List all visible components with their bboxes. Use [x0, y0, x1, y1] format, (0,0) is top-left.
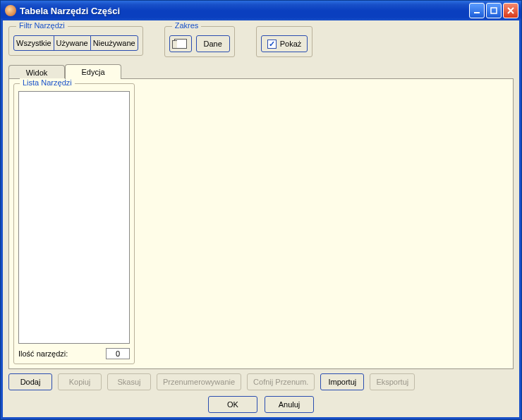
ok-button[interactable]: OK: [208, 396, 257, 413]
add-button[interactable]: Dodaj: [8, 373, 52, 390]
filter-buttons: Wszystkie Używane Nieużywane: [13, 35, 138, 51]
cancel-button[interactable]: Anuluj: [265, 396, 314, 413]
client-area: Filtr Narzędzi Wszystkie Używane Nieużyw…: [1, 20, 521, 419]
show-label: Pokaż: [280, 40, 302, 48]
action-button-row: Dodaj Kopiuj Skasuj Przenumerowywanie Co…: [8, 369, 514, 393]
range-group: Zakres Dane: [164, 26, 235, 57]
checkbox-icon: ✓: [267, 40, 277, 49]
range-icon-button[interactable]: [169, 35, 192, 52]
range-box-icon: [174, 39, 187, 49]
maximize-button[interactable]: [486, 3, 502, 18]
range-legend: Zakres: [172, 21, 202, 30]
renumber-button[interactable]: Przenumerowywanie: [157, 373, 241, 390]
minimize-button[interactable]: [469, 3, 485, 18]
delete-button[interactable]: Skasuj: [107, 373, 151, 390]
window: Tabela Narzędzi Części Filtr Narzędzi Ws…: [0, 0, 522, 420]
tab-panel-edit: Lista Narzędzi Ilość narzędzi: 0: [8, 78, 514, 369]
tool-list-group: Lista Narzędzi Ilość narzędzi: 0: [13, 83, 135, 364]
range-data-button[interactable]: Dane: [196, 35, 230, 52]
dialog-button-row: OK Anuluj: [8, 393, 514, 413]
top-toolbar-row: Filtr Narzędzi Wszystkie Używane Nieużyw…: [8, 26, 514, 57]
tab-edit[interactable]: Edycja: [65, 64, 121, 79]
window-title: Tabela Narzędzi Części: [20, 6, 469, 16]
show-group: ✓ Pokaż: [256, 26, 313, 57]
tool-count-label: Ilość narzędzi:: [18, 349, 68, 358]
tab-view[interactable]: Widok: [8, 65, 65, 80]
copy-button[interactable]: Kopiuj: [58, 373, 102, 390]
tool-list-legend: Lista Narzędzi: [20, 78, 75, 87]
filter-all-button[interactable]: Wszystkie: [13, 35, 54, 51]
filter-legend: Filtr Narzędzi: [16, 21, 68, 30]
show-toggle[interactable]: ✓ Pokaż: [261, 35, 308, 52]
close-button[interactable]: [503, 3, 518, 18]
filter-unused-button[interactable]: Nieużywane: [90, 35, 138, 51]
tab-bar: Widok Edycja: [8, 64, 514, 79]
filter-used-button[interactable]: Używane: [54, 35, 91, 51]
import-button[interactable]: Importuj: [320, 373, 364, 390]
tool-count-value: 0: [106, 348, 130, 359]
tool-listbox[interactable]: [18, 91, 130, 344]
svg-rect-0: [474, 12, 480, 13]
svg-rect-1: [491, 8, 497, 13]
export-button[interactable]: Eksportuj: [370, 373, 415, 390]
tool-count-row: Ilość narzędzi: 0: [18, 348, 130, 359]
app-icon: [5, 5, 16, 16]
filter-group: Filtr Narzędzi Wszystkie Używane Nieużyw…: [8, 26, 143, 56]
window-buttons: [469, 3, 518, 18]
titlebar: Tabela Narzędzi Części: [1, 1, 521, 20]
range-buttons: Dane: [169, 35, 230, 52]
undo-renumber-button[interactable]: Cofnij Przenum.: [247, 373, 315, 390]
